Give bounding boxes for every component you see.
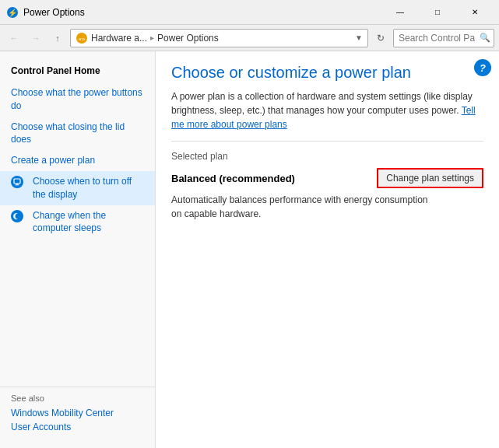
close-button[interactable]: ✕ [457, 0, 493, 25]
moon-icon [11, 210, 23, 222]
refresh-button[interactable]: ↻ [371, 29, 390, 47]
sidebar-item-lid[interactable]: Choose what closing the lid does [0, 117, 155, 151]
search-input[interactable] [393, 29, 494, 47]
sidebar-item-label: Choose what closing the lid does [11, 121, 144, 147]
plan-name: Balanced (recommended) [171, 173, 295, 184]
sidebar-item-label: Choose when to turn off the display [33, 175, 144, 201]
user-accounts-link[interactable]: User Accounts [11, 420, 144, 434]
svg-text:⚡: ⚡ [8, 8, 18, 18]
svg-rect-4 [14, 179, 20, 184]
windows-mobility-link[interactable]: Windows Mobility Center [11, 406, 144, 420]
sidebar-title: Control Panel Home [0, 59, 155, 82]
maximize-button[interactable]: □ [420, 0, 455, 25]
selected-plan-label: Selected plan [171, 151, 483, 162]
breadcrumb-current: Power Options [157, 33, 219, 44]
window-title: Power Options [23, 7, 382, 18]
app-icon: ⚡ [6, 6, 19, 19]
address-field[interactable]: «» Hardware a... ▸ Power Options ▼ [70, 29, 368, 47]
plan-description: Automatically balances performance with … [171, 193, 436, 221]
content-description: A power plan is a collection of hardware… [171, 89, 483, 131]
forward-button[interactable]: → [26, 29, 45, 47]
sidebar-item-label: Change when the computer sleeps [33, 209, 144, 236]
breadcrumb-parent: Hardware a... [91, 33, 147, 44]
plan-row: Balanced (recommended) Change plan setti… [171, 168, 483, 188]
title-bar: ⚡ Power Options — □ ✕ [0, 0, 499, 25]
sidebar-item-display[interactable]: Choose when to turn off the display [0, 171, 155, 205]
svg-rect-5 [16, 184, 19, 185]
divider [171, 141, 483, 142]
sidebar-item-sleep[interactable]: Change when the computer sleeps [0, 205, 155, 240]
change-plan-settings-button[interactable]: Change plan settings [377, 168, 483, 188]
breadcrumb-separator: ▸ [150, 33, 154, 42]
sidebar-item-power-buttons[interactable]: Choose what the power buttons do [0, 82, 155, 117]
minimize-button[interactable]: — [382, 0, 418, 25]
back-button[interactable]: ← [5, 29, 23, 47]
help-button[interactable]: ? [474, 59, 491, 76]
sidebar-item-label: Create a power plan [11, 154, 95, 167]
sidebar-item-create-plan[interactable]: Create a power plan [0, 150, 155, 171]
sidebar-bottom: See also Windows Mobility Center User Ac… [0, 387, 155, 440]
content-area: ? Choose or customize a power plan A pow… [156, 51, 499, 448]
breadcrumb-icon: «» [76, 32, 88, 44]
up-button[interactable]: ↑ [48, 29, 67, 47]
see-also-label: See also [11, 394, 144, 403]
title-bar-buttons: — □ ✕ [382, 0, 493, 25]
sidebar-item-label: Choose what the power buttons do [11, 86, 144, 113]
sidebar: Control Panel Home Choose what the power… [0, 51, 156, 448]
monitor-icon [11, 176, 23, 188]
address-bar: ← → ↑ «» Hardware a... ▸ Power Options ▼… [0, 25, 499, 51]
content-desc-text: A power plan is a collection of hardware… [171, 91, 473, 116]
svg-text:«»: «» [79, 35, 86, 42]
breadcrumb: «» Hardware a... ▸ Power Options [76, 32, 352, 44]
main-container: Control Panel Home Choose what the power… [0, 51, 499, 448]
svg-rect-6 [16, 184, 19, 185]
content-title: Choose or customize a power plan [171, 64, 483, 82]
sidebar-nav: Control Panel Home Choose what the power… [0, 59, 155, 387]
address-dropdown-arrow[interactable]: ▼ [355, 33, 363, 42]
search-wrapper: 🔍 [393, 29, 494, 47]
